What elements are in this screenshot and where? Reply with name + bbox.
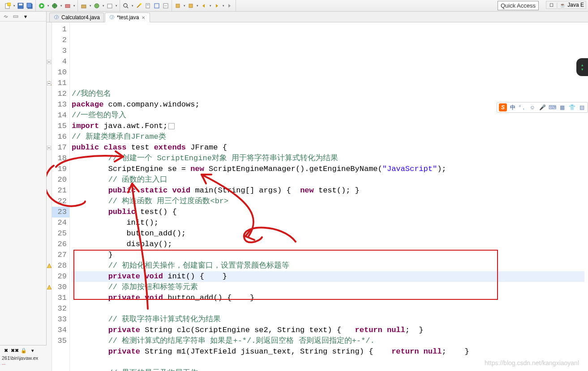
svg-rect-12 [82,5,86,8]
dropdown-arrow-icon[interactable]: ▾ [209,2,212,10]
dropdown-arrow-icon[interactable]: ▾ [13,2,16,10]
tab-test[interactable]: Ⓙ *test.java ✕ [105,13,150,22]
code-line[interactable]: public static void main(String[] args) {… [72,185,584,196]
java-file-icon: Ⓙ [109,14,115,21]
nav-back-drop-button[interactable] [174,2,182,10]
tab-calculator4[interactable]: Ⓙ Calculator4.java [49,13,104,22]
code-line[interactable]: // 初始化相关操作，创建窗口，设置背景颜色标题等 [72,260,584,271]
ime-skin-icon[interactable]: ▦ [558,103,566,111]
java-perspective-icon: ☕ [559,2,566,8]
dropdown-arrow-icon[interactable]: ▾ [73,2,76,10]
new-class-button[interactable] [93,2,101,10]
svg-point-18 [140,3,142,5]
code-line[interactable]: private String clc(ScriptEngine se2, Str… [72,325,584,336]
dropdown-arrow-icon[interactable]: ▾ [47,2,50,10]
nav-prev-button[interactable] [200,2,208,10]
code-line[interactable]: // 获取字符串计算式转化为结果 [72,314,584,325]
warning-marker[interactable] [47,263,52,268]
code-line[interactable]: private String m1(JTextField jisuan_text… [72,346,584,357]
code-line[interactable]: import java.awt.Font; [72,121,584,132]
tab-label: *test.java [117,14,139,21]
code-line[interactable]: private void button_add() { } [72,293,584,303]
code-line[interactable]: //我的包名 [72,89,584,99]
fold-marker[interactable] [47,59,52,64]
ime-settings-icon[interactable]: ▤ [578,103,586,111]
ime-emoji-icon[interactable]: ☺ [528,103,536,111]
code-line[interactable]: // 添加按钮和标签等元素 [72,282,584,293]
ime-keyboard-icon[interactable]: ⌨ [548,103,556,111]
side-handle[interactable]: ▴▾ [576,58,588,76]
code-line[interactable]: // 函数的主入口 [72,175,584,185]
dropdown-arrow-icon[interactable]: ▾ [222,2,225,10]
ime-voice-icon[interactable]: 🎤 [538,103,546,111]
open-type-button[interactable] [106,2,114,10]
ime-punct-icon[interactable]: °， [519,103,527,111]
code-line[interactable]: display(); [72,239,584,250]
remove-all-button[interactable]: ✖✖ [11,346,19,354]
dropdown-arrow-icon[interactable]: ▾ [102,2,105,10]
dropdown-arrow-icon[interactable]: ▾ [60,2,63,10]
open-perspective-icon[interactable]: ☐ [548,2,554,8]
run-button[interactable] [38,2,46,10]
code-line[interactable]: // 创建一个 ScriptEngine对象 用于将字符串计算式转化为结果 [72,153,584,164]
nav-fwd-drop-button[interactable] [187,2,195,10]
save-all-button[interactable] [26,2,34,10]
dropdown-arrow-icon[interactable]: ▾ [131,2,134,10]
tab-label: Calculator4.java [61,14,100,21]
code-line[interactable]: public test() { [72,207,584,217]
code-content[interactable]: //我的包名package com.company.windows;//一些包的… [70,22,588,371]
code-line[interactable]: init(); [72,217,584,228]
new-package-button[interactable] [80,2,88,10]
java-file-icon: Ⓙ [53,14,60,21]
code-line[interactable]: public class test extends JFrame { [72,142,584,153]
console-lock-button[interactable]: 🔒 [20,346,28,354]
dropdown-arrow-icon[interactable]: ▾ [196,2,199,10]
ime-lang-indicator[interactable]: 中 [509,103,517,111]
marker-ruler[interactable] [47,22,52,371]
toggle-mark-button[interactable] [144,2,152,10]
code-editor[interactable]: 1234101112131415161718192021222324252627… [47,22,588,371]
code-line[interactable]: } [72,250,584,260]
dropdown-arrow-icon[interactable]: ▾ [115,2,118,10]
warning-marker[interactable] [47,285,52,289]
toggle-block-button[interactable] [153,2,161,10]
code-line[interactable]: // 构造函数 用三个过度函数<br> [72,196,584,207]
ime-tool-icon[interactable]: 👕 [568,103,576,111]
code-line[interactable]: // 检测计算式的结尾字符串 如果是+-*/.则返回空格 否则返回指定的+-*/… [72,336,584,346]
truncated-text: ... [2,361,45,366]
console-menu-button[interactable]: ▾ [29,346,37,354]
collapse-all-button[interactable] [12,13,20,21]
external-tool-button[interactable] [64,2,72,10]
search-button[interactable] [122,2,130,10]
quick-access-box[interactable]: Quick Access [498,1,539,10]
fold-marker[interactable] [47,145,52,149]
dropdown-arrow-icon[interactable]: ▾ [183,2,186,10]
svg-rect-1 [8,3,11,6]
fold-marker[interactable] [47,81,52,85]
new-button[interactable] [4,2,12,10]
edit-button[interactable] [162,2,170,10]
link-editor-button[interactable] [2,13,10,21]
code-line[interactable]: private void init() { } [72,271,584,282]
svg-rect-5 [27,3,31,8]
dropdown-arrow-icon[interactable]: ▾ [89,2,92,10]
code-line[interactable]: // 新建类继承自JFrame类 [72,132,584,142]
nav-last-button[interactable] [226,2,234,10]
svg-rect-19 [146,4,150,8]
save-button[interactable] [17,2,25,10]
code-line[interactable] [72,303,584,314]
ime-logo-icon: S [499,103,507,111]
code-line[interactable]: // 界面的显示及收尾工作 [72,368,584,371]
code-line[interactable]: button_add(); [72,228,584,239]
svg-marker-26 [202,4,205,8]
view-menu-button[interactable]: ▾ [21,13,30,21]
perspective-switcher[interactable]: ☐ | ☕ Java E [546,1,586,9]
svg-line-16 [127,7,128,8]
wand-button[interactable] [135,2,143,10]
code-line[interactable]: ScriptEngine se = new ScriptEngineManage… [72,164,584,175]
remove-launch-button[interactable]: ✖ [2,346,10,354]
ime-toolbar[interactable]: S 中 °， ☺ 🎤 ⌨ ▦ 👕 ▤ [497,102,588,113]
nav-next-button[interactable] [213,2,221,10]
debug-button[interactable] [51,2,59,10]
close-icon[interactable]: ✕ [141,15,146,20]
